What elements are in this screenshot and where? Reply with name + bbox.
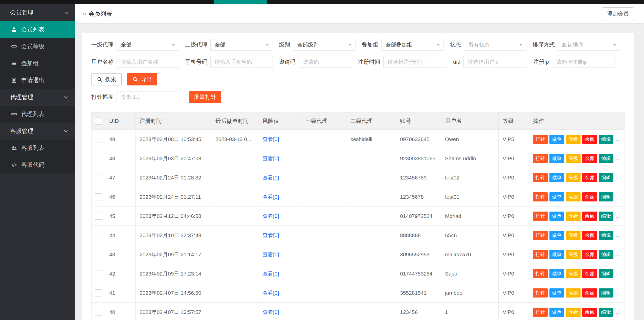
sidebar-item-agent-management[interactable]: 代理管理 [0,89,75,106]
order-button[interactable]: 做单 [549,250,564,259]
balance-button[interactable]: 余额 [582,212,597,221]
order-button[interactable]: 做单 [549,154,564,163]
inject-range-input[interactable] [117,91,176,103]
row-checkbox[interactable] [95,270,102,277]
risk-view-link[interactable]: 查看[0] [262,213,279,219]
row-checkbox[interactable] [95,309,102,316]
inject-button[interactable]: 打针 [533,154,548,163]
edit-button[interactable]: 编辑 [599,212,613,221]
risk-view-link[interactable]: 查看[0] [262,271,279,277]
risk-view-link[interactable]: 查看[0] [262,175,279,180]
risk-view-link[interactable]: 查看[0] [262,252,279,257]
sidebar-item-service-management[interactable]: 客服管理 [0,123,75,140]
inject-button[interactable]: 打针 [533,192,548,201]
sidebar-item-agent-list[interactable]: 代理列表 [0,106,75,123]
order-button[interactable]: 做单 [549,269,564,278]
balance-button[interactable]: 余额 [582,250,597,259]
order-button[interactable]: 做单 [549,173,564,182]
sidebar-item-service-list[interactable]: 客服列表 [0,140,75,156]
row-checkbox[interactable] [95,155,102,162]
row-checkbox[interactable] [95,136,102,143]
inject-button[interactable]: 打针 [533,308,548,317]
balance-button[interactable]: 余额 [582,308,597,317]
level-button[interactable]: 等级 [566,231,581,240]
level-button[interactable]: 等级 [566,250,581,259]
add-member-button[interactable]: 添加会员 [602,7,634,20]
sidebar-item-stack-group[interactable]: 叠加组 [0,55,75,72]
sidebar-item-member-list[interactable]: 会员列表 [0,21,75,38]
level-button[interactable]: 等级 [566,308,581,317]
filter-input-reg-time[interactable] [383,56,447,68]
edit-button[interactable]: 编辑 [599,269,613,278]
risk-view-link[interactable]: 查看[0] [262,309,279,315]
filter-input-reg-ip[interactable] [552,56,615,68]
balance-button[interactable]: 余额 [582,269,597,278]
filter-select-status[interactable]: 所有状态 [464,39,526,51]
filter-select-level[interactable]: 全部级别 [293,39,356,51]
filter-input-uid[interactable] [463,56,527,68]
inject-button[interactable]: 打针 [533,135,548,144]
inject-button[interactable]: 打针 [533,173,548,182]
level-button[interactable]: 等级 [566,288,581,298]
level-button[interactable]: 等级 [566,269,581,278]
risk-view-link[interactable]: 查看[0] [262,290,279,296]
export-button[interactable]: 导出 [127,73,157,85]
inject-button[interactable]: 打针 [533,212,548,221]
balance-button[interactable]: 余额 [582,154,597,163]
balance-button[interactable]: 余额 [582,231,597,240]
filter-input-username[interactable] [117,56,179,68]
order-button[interactable]: 做单 [549,212,564,221]
row-checkbox[interactable] [95,213,102,220]
inject-button[interactable]: 打针 [533,231,548,240]
filter-select-sort[interactable]: 默认排序 [558,39,620,51]
active-tab-indicator[interactable] [214,0,267,4]
edit-button[interactable]: 编辑 [599,288,613,298]
balance-button[interactable]: 余额 [582,135,597,144]
row-checkbox[interactable] [95,232,102,239]
inject-button[interactable]: 打针 [533,288,548,298]
row-checkbox[interactable] [95,251,102,258]
sidebar-item-member-management[interactable]: 会员管理 [0,4,75,21]
select-all-checkbox[interactable] [95,118,102,125]
order-button[interactable]: 做单 [549,231,564,240]
order-button[interactable]: 做单 [549,308,564,317]
order-button[interactable]: 做单 [549,192,564,201]
edit-button[interactable]: 编辑 [599,173,613,182]
order-button[interactable]: 做单 [549,288,564,298]
balance-button[interactable]: 余额 [582,288,597,298]
edit-button[interactable]: 编辑 [599,192,613,201]
edit-button[interactable]: 编辑 [599,250,613,259]
level-button[interactable]: 等级 [566,154,581,163]
inject-button[interactable]: 打针 [533,269,548,278]
filter-select-agent1[interactable]: 全部 [117,39,179,51]
balance-button[interactable]: 余额 [582,173,597,182]
sidebar-item-service-code[interactable]: 客服代码 [0,156,75,173]
level-button[interactable]: 等级 [566,135,581,144]
edit-button[interactable]: 编辑 [599,231,613,240]
row-checkbox[interactable] [95,289,102,296]
filter-input-phone[interactable] [210,56,273,68]
edit-button[interactable]: 编辑 [599,308,613,317]
search-button[interactable]: 搜索 [91,73,122,85]
filter-select-agent2[interactable]: 全部 [210,39,273,51]
cell-agent2: ceshidaili [346,130,396,149]
batch-inject-button[interactable]: 批量打针 [189,91,221,103]
balance-button[interactable]: 余额 [582,192,597,201]
edit-button[interactable]: 编辑 [599,135,613,144]
row-checkbox[interactable] [95,174,102,181]
inject-button[interactable]: 打针 [533,250,548,259]
risk-view-link[interactable]: 查看[0] [262,194,279,200]
risk-view-link[interactable]: 查看[0] [262,136,279,142]
filter-select-stack-group[interactable]: 全部叠加组 [381,39,444,51]
edit-button[interactable]: 编辑 [599,154,613,163]
filter-input-invite-code[interactable] [299,56,352,68]
risk-view-link[interactable]: 查看[0] [262,232,279,238]
sidebar-item-apply-exit[interactable]: 申请退出 [0,72,75,89]
order-button[interactable]: 做单 [549,135,564,144]
sidebar-item-member-level[interactable]: 会员等级 [0,38,75,55]
level-button[interactable]: 等级 [566,173,581,182]
risk-view-link[interactable]: 查看[0] [262,155,279,161]
row-checkbox[interactable] [95,193,102,200]
level-button[interactable]: 等级 [566,212,581,221]
level-button[interactable]: 等级 [566,192,581,201]
